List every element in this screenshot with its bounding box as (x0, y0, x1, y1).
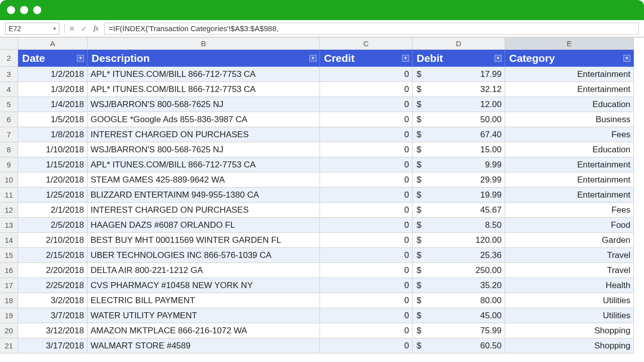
cell-date[interactable]: 1/20/2018 (18, 172, 88, 188)
cell-debit[interactable]: $25.36 (413, 248, 505, 263)
row-header-5[interactable]: 5 (0, 97, 18, 112)
cell-description[interactable]: STEAM GAMES 425-889-9642 WA (88, 172, 320, 188)
cell-credit[interactable]: 0 (320, 97, 413, 112)
row-header-19[interactable]: 19 (0, 308, 18, 323)
cell-debit[interactable]: $29.99 (413, 172, 505, 188)
row-header-11[interactable]: 11 (0, 188, 18, 203)
cell-category[interactable]: Entertainment (505, 188, 634, 203)
row-header-12[interactable]: 12 (0, 203, 18, 218)
cell-credit[interactable]: 0 (320, 323, 413, 338)
cell-date[interactable]: 2/10/2018 (18, 233, 88, 248)
cell-date[interactable]: 1/3/2018 (18, 82, 88, 97)
cell-category[interactable]: Entertainment (505, 67, 634, 82)
cell-date[interactable]: 1/8/2018 (18, 127, 88, 142)
cell-category[interactable]: Garden (505, 233, 634, 248)
row-header-20[interactable]: 20 (0, 323, 18, 338)
cell-debit[interactable]: $19.99 (413, 188, 505, 203)
cell-description[interactable]: INTEREST CHARGED ON PURCHASES (88, 127, 320, 142)
cell-credit[interactable]: 0 (320, 248, 413, 263)
row-header-13[interactable]: 13 (0, 218, 18, 233)
cell-description[interactable]: UBER TECHNOLOGIES INC 866-576-1039 CA (88, 248, 320, 263)
cell-credit[interactable]: 0 (320, 293, 413, 308)
name-box[interactable]: E72 ▾ (5, 23, 59, 35)
cell-description[interactable]: INTEREST CHARGED ON PURCHASES (88, 203, 320, 218)
cell-date[interactable]: 1/15/2018 (18, 157, 88, 172)
cell-debit[interactable]: $12.00 (413, 97, 505, 112)
cell-category[interactable]: Entertainment (505, 172, 634, 188)
row-header-9[interactable]: 9 (0, 157, 18, 172)
cell-debit[interactable]: $8.50 (413, 218, 505, 233)
cell-credit[interactable]: 0 (320, 263, 413, 278)
formula-input[interactable] (104, 23, 639, 35)
cell-credit[interactable]: 0 (320, 233, 413, 248)
cell-debit[interactable]: $15.00 (413, 142, 505, 157)
header-debit[interactable]: Debit▾ (413, 50, 505, 67)
cell-debit[interactable]: $50.00 (413, 112, 505, 127)
cell-description[interactable]: WALMART STORE #4589 (88, 338, 320, 353)
spreadsheet-grid[interactable]: ABCDE2Date▾Description▾Credit▾Debit▾Cate… (0, 37, 644, 353)
cell-description[interactable]: BEST BUY MHT 00011569 WINTER GARDEN FL (88, 233, 320, 248)
header-description[interactable]: Description▾ (88, 50, 320, 67)
cell-debit[interactable]: $45.00 (413, 308, 505, 323)
cell-date[interactable]: 3/17/2018 (18, 338, 88, 353)
cell-date[interactable]: 1/25/2018 (18, 188, 88, 203)
cell-debit[interactable]: $17.99 (413, 67, 505, 82)
cell-category[interactable]: Shopping (505, 323, 634, 338)
cell-debit[interactable]: $120.00 (413, 233, 505, 248)
filter-dropdown-icon[interactable]: ▾ (623, 55, 630, 62)
cell-debit[interactable]: $32.12 (413, 82, 505, 97)
row-header-21[interactable]: 21 (0, 338, 18, 353)
cell-date[interactable]: 2/25/2018 (18, 278, 88, 293)
row-header-18[interactable]: 18 (0, 293, 18, 308)
window-close-button[interactable] (7, 6, 15, 14)
fx-icon[interactable]: fx (91, 25, 101, 33)
row-header-15[interactable]: 15 (0, 248, 18, 263)
cell-credit[interactable]: 0 (320, 112, 413, 127)
column-header-E[interactable]: E (505, 38, 634, 50)
accept-formula-icon[interactable]: ✓ (79, 25, 89, 33)
cell-category[interactable]: Education (505, 142, 634, 157)
cell-debit[interactable]: $80.00 (413, 293, 505, 308)
cell-credit[interactable]: 0 (320, 308, 413, 323)
cell-credit[interactable]: 0 (320, 157, 413, 172)
row-header-7[interactable]: 7 (0, 127, 18, 142)
cell-description[interactable]: APL* ITUNES.COM/BILL 866-712-7753 CA (88, 157, 320, 172)
cell-date[interactable]: 2/15/2018 (18, 248, 88, 263)
row-header-3[interactable]: 3 (0, 67, 18, 82)
cell-debit[interactable]: $250.00 (413, 263, 505, 278)
cell-credit[interactable]: 0 (320, 127, 413, 142)
cell-description[interactable]: APL* ITUNES.COM/BILL 866-712-7753 CA (88, 82, 320, 97)
cell-date[interactable]: 1/5/2018 (18, 112, 88, 127)
filter-dropdown-icon[interactable]: ▾ (495, 55, 502, 62)
cell-description[interactable]: WATER UTILITY PAYMENT (88, 308, 320, 323)
cell-category[interactable]: Food (505, 218, 634, 233)
cell-category[interactable]: Utilities (505, 293, 634, 308)
row-header-14[interactable]: 14 (0, 233, 18, 248)
window-maximize-button[interactable] (33, 6, 41, 14)
row-header-16[interactable]: 16 (0, 263, 18, 278)
cell-category[interactable]: Health (505, 278, 634, 293)
row-header-2[interactable]: 2 (0, 50, 18, 67)
cell-category[interactable]: Entertainment (505, 82, 634, 97)
cell-category[interactable]: Fees (505, 203, 634, 218)
cell-credit[interactable]: 0 (320, 142, 413, 157)
cancel-formula-icon[interactable]: ✕ (67, 25, 77, 33)
cell-category[interactable]: Utilities (505, 308, 634, 323)
column-header-A[interactable]: A (18, 38, 88, 50)
cell-description[interactable]: GOOGLE *Google Ads 855-836-3987 CA (88, 112, 320, 127)
cell-description[interactable]: APL* ITUNES.COM/BILL 866-712-7753 CA (88, 67, 320, 82)
cell-credit[interactable]: 0 (320, 203, 413, 218)
column-header-B[interactable]: B (88, 38, 320, 50)
header-date[interactable]: Date▾ (18, 50, 88, 67)
cell-description[interactable]: WSJ/BARRON'S 800-568-7625 NJ (88, 97, 320, 112)
cell-date[interactable]: 2/1/2018 (18, 203, 88, 218)
cell-date[interactable]: 1/2/2018 (18, 67, 88, 82)
cell-date[interactable]: 3/7/2018 (18, 308, 88, 323)
header-credit[interactable]: Credit▾ (320, 50, 413, 67)
cell-category[interactable]: Entertainment (505, 157, 634, 172)
cell-credit[interactable]: 0 (320, 82, 413, 97)
cell-category[interactable]: Fees (505, 127, 634, 142)
cell-date[interactable]: 3/2/2018 (18, 293, 88, 308)
cell-description[interactable]: WSJ/BARRON'S 800-568-7625 NJ (88, 142, 320, 157)
filter-dropdown-icon[interactable]: ▾ (77, 55, 84, 62)
